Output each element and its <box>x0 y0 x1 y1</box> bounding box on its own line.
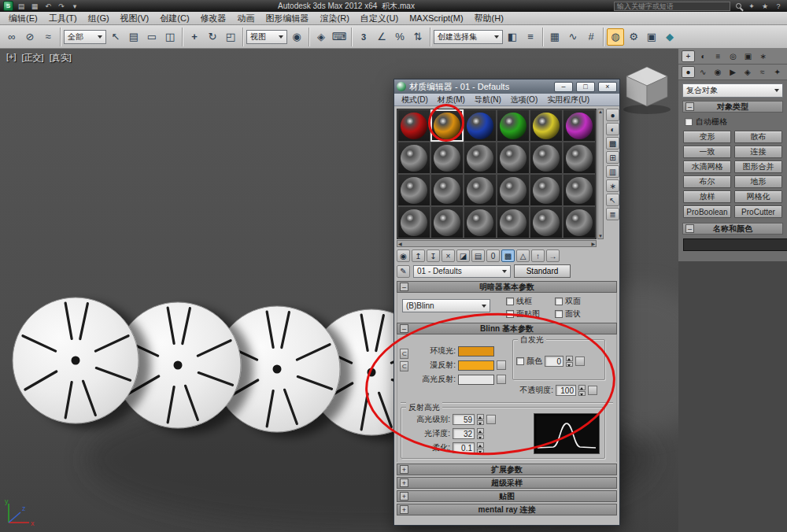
me-menu-modes[interactable]: 模式(D) <box>397 94 433 105</box>
material-slot-22[interactable] <box>497 206 530 238</box>
render-setup-icon[interactable]: ⚙ <box>625 28 642 46</box>
snap-toggle-3d-icon[interactable]: 3 <box>355 28 372 46</box>
reset-map-icon[interactable]: × <box>442 249 455 262</box>
select-and-scale-icon[interactable]: ◰ <box>222 28 239 46</box>
ambient-color-swatch[interactable] <box>458 346 494 357</box>
material-map-navigator-icon[interactable]: ≣ <box>606 208 619 220</box>
me-menu-options[interactable]: 选项(O) <box>506 94 542 105</box>
put-to-scene-icon[interactable]: ↥ <box>412 249 425 262</box>
app-logo[interactable]: S <box>3 1 13 11</box>
material-type-button[interactable]: Standard <box>514 264 571 278</box>
terrain-button[interactable]: 地形 <box>734 175 782 188</box>
bind-to-space-warp-icon[interactable]: ≈ <box>39 28 57 46</box>
selfillum-value-field[interactable]: 0 <box>545 356 563 367</box>
sample-background-icon[interactable]: ▩ <box>606 137 619 150</box>
me-menu-navigation[interactable]: 导航(N) <box>470 94 506 105</box>
menu-animation[interactable]: 动画 <box>232 13 260 24</box>
select-and-link-icon[interactable]: ∞ <box>3 28 20 46</box>
align-icon[interactable]: ≡ <box>522 28 539 46</box>
specular-level-field[interactable]: 59 <box>453 414 475 425</box>
window-crossing-icon[interactable]: ◫ <box>161 28 179 46</box>
material-slot-12[interactable] <box>563 142 596 174</box>
unlink-selection-icon[interactable]: ⊘ <box>21 28 39 46</box>
menu-maxscript[interactable]: MAXScript(M) <box>404 13 468 23</box>
material-slot-19[interactable] <box>397 206 430 238</box>
angle-snap-icon[interactable]: ∠ <box>373 28 390 46</box>
select-and-rotate-icon[interactable]: ↻ <box>204 28 221 46</box>
selection-filter-dropdown[interactable]: 全部 <box>64 30 106 44</box>
menu-customize[interactable]: 自定义(U) <box>355 13 404 24</box>
pick-material-eyedropper-icon[interactable]: ✎ <box>397 265 410 278</box>
render-production-icon[interactable]: ◆ <box>661 28 678 46</box>
quick-access-dropdown-icon[interactable]: ▾ <box>69 1 80 11</box>
show-end-result-icon[interactable]: △ <box>516 249 530 262</box>
glossiness-spinner[interactable] <box>477 428 484 439</box>
rollout-supersampling[interactable]: +超级采样 <box>397 477 617 489</box>
tab-motion-icon[interactable]: ◎ <box>726 50 740 62</box>
tab-hierarchy-icon[interactable]: ≡ <box>711 50 725 62</box>
proboolean-button[interactable]: ProBoolean <box>683 205 731 218</box>
selfillum-color-checkbox[interactable] <box>516 357 524 365</box>
put-to-library-icon[interactable]: ▤ <box>471 249 485 262</box>
select-object-icon[interactable]: ↖ <box>107 28 124 46</box>
category-systems-icon[interactable]: ✦ <box>770 66 784 78</box>
rollout-shader-basic-parameters[interactable]: –明暗器基本参数 <box>397 281 617 293</box>
menu-modifiers[interactable]: 修改器 <box>195 13 232 24</box>
go-to-parent-icon[interactable]: ↑ <box>531 249 545 262</box>
opacity-value-field[interactable]: 100 <box>556 385 576 396</box>
material-slot-6[interactable] <box>563 109 596 142</box>
select-by-material-icon[interactable]: ↖ <box>606 194 619 206</box>
menu-group[interactable]: 组(G) <box>83 13 115 24</box>
spinner-snap-icon[interactable]: ⇅ <box>409 28 427 46</box>
blobmesh-button[interactable]: 水滴网格 <box>683 161 731 173</box>
glossiness-field[interactable]: 32 <box>453 428 475 439</box>
specular-level-spinner[interactable] <box>477 414 484 425</box>
mesher-button[interactable]: 网格化 <box>734 190 782 203</box>
save-icon[interactable]: ▦ <box>29 1 40 11</box>
object-name-field[interactable] <box>683 238 787 251</box>
lock-diffuse-specular-icon[interactable]: ⊂ <box>400 361 408 371</box>
material-slot-10[interactable] <box>497 142 530 174</box>
sample-vscrollbar[interactable]: ▲▼ <box>597 109 604 239</box>
specular-map-button[interactable] <box>497 375 506 384</box>
options-icon[interactable]: ∗ <box>606 179 619 192</box>
go-forward-sibling-icon[interactable]: → <box>546 249 560 262</box>
get-material-icon[interactable]: ◉ <box>397 249 410 262</box>
material-slot-2[interactable] <box>430 109 464 142</box>
make-unique-icon[interactable]: ◪ <box>456 249 470 262</box>
material-slot-23[interactable] <box>530 206 563 238</box>
search-icon[interactable] <box>733 1 744 11</box>
two-sided-checkbox[interactable] <box>555 297 563 305</box>
connect-button[interactable]: 连接 <box>734 146 782 158</box>
loft-button[interactable]: 放样 <box>683 190 731 203</box>
me-menu-material[interactable]: 材质(M) <box>433 94 470 105</box>
menu-views[interactable]: 视图(V) <box>115 13 155 24</box>
category-cameras-icon[interactable]: ▶ <box>726 66 740 78</box>
viewport-shading-label[interactable]: [真实] <box>50 52 72 64</box>
tab-create-icon[interactable]: + <box>682 50 695 62</box>
autogrid-checkbox[interactable] <box>685 118 693 126</box>
material-slot-13[interactable] <box>397 174 430 206</box>
video-color-check-icon[interactable]: ▥ <box>606 165 619 178</box>
tab-display-icon[interactable]: ▣ <box>741 50 755 62</box>
category-spacewarps-icon[interactable]: ≈ <box>756 66 769 78</box>
reference-coordinate-dropdown[interactable]: 视图 <box>246 30 287 44</box>
category-helpers-icon[interactable]: ◈ <box>741 66 754 78</box>
material-slot-24[interactable] <box>563 206 596 238</box>
shader-type-dropdown[interactable]: (B)Blinn <box>402 299 490 312</box>
layer-manager-icon[interactable]: ▦ <box>546 28 563 46</box>
rollout-extended-parameters[interactable]: +扩展参数 <box>397 464 617 475</box>
use-pivot-center-icon[interactable]: ◉ <box>288 28 305 46</box>
material-editor-titlebar[interactable]: 材质编辑器 - 01 - Defaults – □ × <box>394 79 619 94</box>
specular-color-swatch[interactable] <box>458 375 494 385</box>
procutter-button[interactable]: ProCutter <box>734 205 782 218</box>
named-selection-sets-dropdown[interactable]: 创建选择集 <box>434 30 503 44</box>
material-slot-15[interactable] <box>464 174 497 206</box>
dialog-close-button[interactable]: × <box>598 82 617 92</box>
menu-graph-editors[interactable]: 图形编辑器 <box>260 13 315 24</box>
subscription-key-icon[interactable]: ✦ <box>746 1 757 11</box>
category-shapes-icon[interactable]: ∿ <box>696 66 710 78</box>
material-slot-3[interactable] <box>464 109 497 142</box>
category-geometry-icon[interactable]: ● <box>682 66 695 78</box>
selfillum-spinner[interactable] <box>566 356 573 367</box>
